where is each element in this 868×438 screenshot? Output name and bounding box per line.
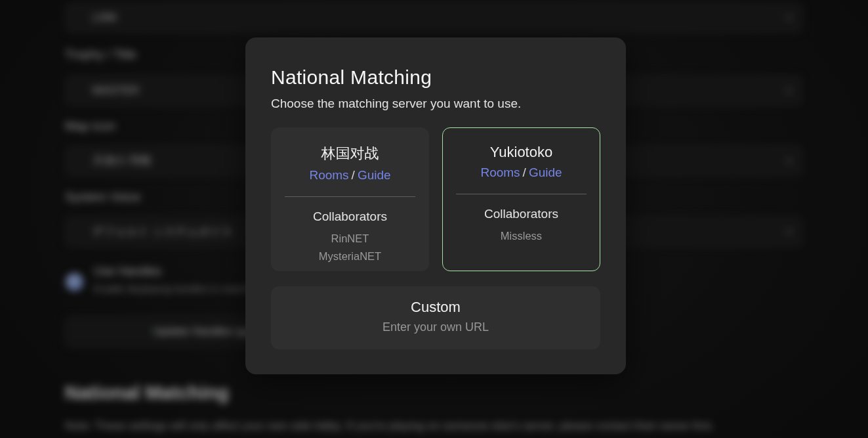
- server-name: Yukiotoko: [443, 144, 600, 161]
- collaborators-label: Collaborators: [272, 209, 428, 224]
- collaborator-name: MysteriaNET: [272, 248, 428, 265]
- server-card-linguoduizhan[interactable]: 林国对战 Rooms/Guide Collaborators RinNET My…: [271, 127, 429, 271]
- collaborator-name: RinNET: [272, 230, 428, 248]
- custom-server-card[interactable]: Custom Enter your own URL: [271, 286, 600, 349]
- collaborator-name: Missless: [443, 227, 600, 245]
- collaborators-label: Collaborators: [443, 207, 600, 221]
- server-name: 林国对战: [272, 144, 428, 164]
- server-option-grid: 林国对战 Rooms/Guide Collaborators RinNET My…: [271, 127, 600, 271]
- national-matching-modal: National Matching Choose the matching se…: [245, 37, 626, 374]
- rooms-link[interactable]: Rooms: [480, 165, 520, 179]
- guide-link[interactable]: Guide: [529, 165, 562, 179]
- modal-title: National Matching: [271, 66, 600, 89]
- modal-subtitle: Choose the matching server you want to u…: [271, 97, 600, 111]
- card-divider: [456, 194, 587, 194]
- rooms-link[interactable]: Rooms: [309, 168, 348, 182]
- custom-card-subtitle: Enter your own URL: [271, 320, 600, 334]
- custom-card-title: Custom: [271, 299, 600, 316]
- server-links: Rooms/Guide: [443, 165, 600, 180]
- link-separator: /: [349, 168, 358, 182]
- card-divider: [285, 196, 415, 197]
- server-links: Rooms/Guide: [272, 168, 428, 183]
- server-card-yukiotoko[interactable]: Yukiotoko Rooms/Guide Collaborators Miss…: [442, 127, 600, 271]
- link-separator: /: [520, 165, 529, 179]
- guide-link[interactable]: Guide: [358, 168, 391, 182]
